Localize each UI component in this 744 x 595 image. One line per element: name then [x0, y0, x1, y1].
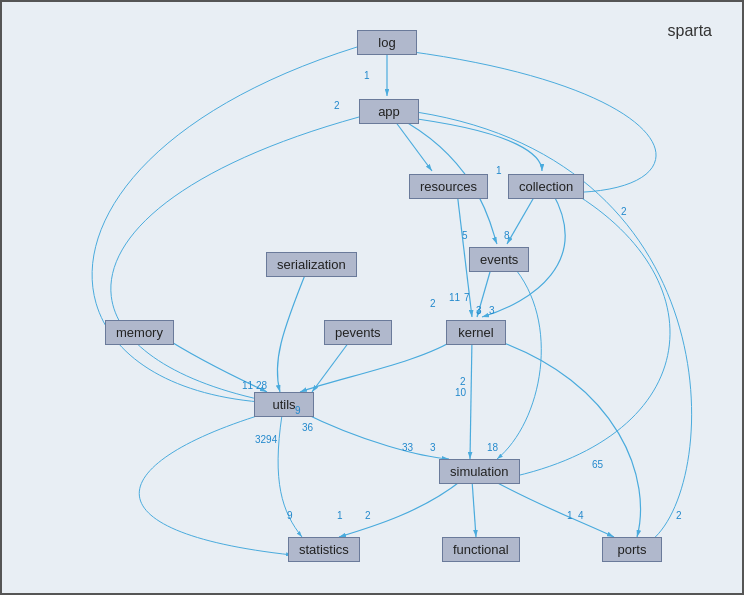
- node-resources[interactable]: resources: [409, 174, 488, 199]
- edge-label-log-app: 1: [364, 70, 370, 81]
- sparta-label: sparta: [668, 22, 712, 40]
- edge-label-65: 65: [592, 459, 603, 470]
- edge-label-app-1: 2: [334, 100, 340, 111]
- edge-label-5: 5: [462, 230, 468, 241]
- edge-label-2b: 2: [460, 376, 466, 387]
- edge-label-1a: 1: [337, 510, 343, 521]
- node-events[interactable]: events: [469, 247, 529, 272]
- node-functional[interactable]: functional: [442, 537, 520, 562]
- edge-label-11: 11: [449, 292, 460, 303]
- node-log[interactable]: log: [357, 30, 417, 55]
- edge-label-36: 36: [302, 422, 313, 433]
- node-app[interactable]: app: [359, 99, 419, 124]
- edge-label-11b: 11: [242, 380, 253, 391]
- node-memory[interactable]: memory: [105, 320, 174, 345]
- node-simulation[interactable]: simulation: [439, 459, 520, 484]
- edge-label-33: 33: [402, 442, 413, 453]
- arrows-svg: [2, 2, 744, 595]
- node-pevents[interactable]: pevents: [324, 320, 392, 345]
- edge-label-app-coll: 1: [496, 165, 502, 176]
- edge-label-3b: 3: [489, 305, 495, 316]
- node-kernel[interactable]: kernel: [446, 320, 506, 345]
- edge-label-3c: 3: [430, 442, 436, 453]
- edge-label-2c: 2: [365, 510, 371, 521]
- edge-label-1b: 1: [567, 510, 573, 521]
- node-utils[interactable]: utils: [254, 392, 314, 417]
- edge-label-7: 7: [464, 292, 470, 303]
- diagram-container: sparta: [0, 0, 744, 595]
- edge-label-9b: 9: [287, 510, 293, 521]
- edge-label-2d: 2: [676, 510, 682, 521]
- edge-label-28: 28: [256, 380, 267, 391]
- edge-label-8: 8: [504, 230, 510, 241]
- edge-label-2: 2: [430, 298, 436, 309]
- node-serialization[interactable]: serialization: [266, 252, 357, 277]
- edge-label-3294: 3294: [255, 434, 277, 445]
- node-ports[interactable]: ports: [602, 537, 662, 562]
- edge-label-coll-2: 2: [621, 206, 627, 217]
- node-statistics[interactable]: statistics: [288, 537, 360, 562]
- edge-label-18: 18: [487, 442, 498, 453]
- edge-label-3a: 3: [476, 305, 482, 316]
- node-collection[interactable]: collection: [508, 174, 584, 199]
- edge-label-10: 10: [455, 387, 466, 398]
- edge-label-4: 4: [578, 510, 584, 521]
